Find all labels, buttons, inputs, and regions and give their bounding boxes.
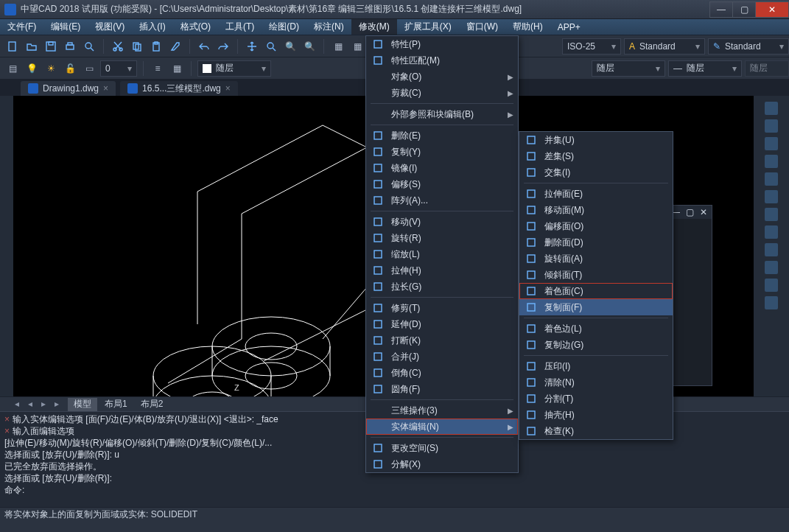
layer-freeze-icon[interactable]: ☀ <box>43 60 59 77</box>
layer-color-icon[interactable]: ▭ <box>81 60 97 77</box>
tab-close-icon[interactable]: × <box>225 83 231 94</box>
redo-icon[interactable] <box>215 38 231 55</box>
zoom-icon[interactable] <box>263 38 279 55</box>
menu-item[interactable]: 旋转面(A) <box>519 251 673 267</box>
menu-item[interactable]: 镜像(I) <box>366 160 518 176</box>
rp-icon[interactable] <box>765 119 778 133</box>
zoom-window-icon[interactable]: 🔍 <box>282 38 298 55</box>
menu-item[interactable]: 分割(T) <box>519 391 673 407</box>
menu-item[interactable]: 差集(S) <box>519 148 673 164</box>
undo-icon[interactable] <box>196 38 212 55</box>
menu-item[interactable]: 圆角(F) <box>366 381 518 397</box>
pan-icon[interactable] <box>244 38 260 55</box>
rp-icon[interactable] <box>765 296 778 309</box>
menu-item[interactable]: 特性(P) <box>366 36 518 52</box>
layout-tab[interactable]: 布局1 <box>99 398 133 411</box>
zoom-prev-icon[interactable]: 🔍 <box>301 38 318 55</box>
match-icon[interactable] <box>167 38 183 55</box>
menu-APP+[interactable]: APP+ <box>550 19 588 35</box>
cut-icon[interactable] <box>110 38 126 55</box>
menu-视图(V)[interactable]: 视图(V) <box>88 19 132 35</box>
menu-编辑(E)[interactable]: 编辑(E) <box>43 19 88 35</box>
menu-item[interactable]: 剪裁(C)▶ <box>366 85 518 101</box>
menu-item[interactable]: 检查(K) <box>519 423 673 439</box>
layout-tab[interactable]: 布局2 <box>135 398 169 411</box>
menu-item[interactable]: 删除面(D) <box>519 234 673 251</box>
menu-item[interactable]: 更改空间(S) <box>366 440 518 456</box>
maximize-button[interactable]: ▢ <box>732 1 756 18</box>
menu-item[interactable]: 实体编辑(N)▶ <box>366 419 518 435</box>
layout-tab[interactable]: 模型 <box>68 398 97 411</box>
rp-icon[interactable] <box>765 190 778 203</box>
menu-item[interactable]: 着色边(L) <box>519 321 673 337</box>
rp-icon[interactable] <box>765 137 778 150</box>
menu-item[interactable]: 合并(J) <box>366 349 518 365</box>
minimize-button[interactable]: — <box>709 1 733 18</box>
menu-item[interactable]: 复制边(G) <box>519 337 673 353</box>
menu-item[interactable]: 三维操作(3)▶ <box>366 402 518 419</box>
menu-标注(N)[interactable]: 标注(N) <box>306 19 351 35</box>
menu-item[interactable]: 复制面(F) <box>519 299 673 315</box>
menu-item[interactable]: 旋转(R) <box>366 230 518 246</box>
linetype-combo[interactable]: 随层▾ <box>592 60 665 77</box>
layer-tools-icon[interactable]: ≡ <box>150 60 166 77</box>
menu-item[interactable]: 删除(E) <box>366 127 518 144</box>
menu-item[interactable]: 偏移(S) <box>366 176 518 192</box>
menu-item[interactable]: 复制(Y) <box>366 144 518 160</box>
save-icon[interactable] <box>43 38 59 55</box>
rp-icon[interactable] <box>765 225 778 239</box>
rp-icon[interactable] <box>765 208 778 221</box>
menu-item[interactable]: 清除(N) <box>519 374 673 391</box>
tab-close-icon[interactable]: × <box>103 83 108 94</box>
layout-nav-icon[interactable]: ◂ <box>15 399 27 410</box>
rp-icon[interactable] <box>765 172 778 186</box>
lineweight-combo[interactable]: —随层▾ <box>668 60 742 77</box>
float-close-icon[interactable]: ✕ <box>700 207 707 217</box>
dimstyle-combo[interactable]: ISO-25▾ <box>562 38 621 55</box>
rp-icon[interactable] <box>765 261 778 274</box>
menu-插入(I)[interactable]: 插入(I) <box>132 19 172 35</box>
menu-item[interactable]: 外部参照和块编辑(B)▶ <box>366 106 518 122</box>
menu-item[interactable]: 拉伸(H) <box>366 262 518 279</box>
layer-manager-icon[interactable]: ▤ <box>4 60 21 77</box>
menu-item[interactable]: 移动(V) <box>366 214 518 230</box>
menu-item[interactable]: 着色面(C) <box>519 283 673 299</box>
grid2-icon[interactable]: ▦ <box>349 38 365 55</box>
rp-icon[interactable] <box>765 279 778 292</box>
menu-item[interactable]: 拉伸面(E) <box>519 186 673 202</box>
color-combo[interactable]: 随层▾ <box>197 60 271 77</box>
menu-item[interactable]: 压印(I) <box>519 358 673 374</box>
menu-item[interactable]: 对象(O)▶ <box>366 69 518 85</box>
menu-工具(T)[interactable]: 工具(T) <box>218 19 262 35</box>
menu-帮助(H)[interactable]: 帮助(H) <box>505 19 550 35</box>
rp-icon[interactable] <box>765 102 778 115</box>
menu-item[interactable]: 分解(X) <box>366 456 518 472</box>
menu-窗口(W)[interactable]: 窗口(W) <box>459 19 505 35</box>
menu-item[interactable]: 缩放(L) <box>366 246 518 262</box>
menu-item[interactable]: 修剪(T) <box>366 300 518 316</box>
new-icon[interactable] <box>4 38 21 55</box>
menu-item[interactable]: 偏移面(O) <box>519 218 673 234</box>
menu-item[interactable]: 倾斜面(T) <box>519 267 673 283</box>
layer0-combo[interactable]: 0▾ <box>100 60 137 77</box>
rp-icon[interactable] <box>765 243 778 256</box>
menu-item[interactable]: 移动面(M) <box>519 202 673 218</box>
menu-扩展工具(X)[interactable]: 扩展工具(X) <box>397 19 459 35</box>
menu-item[interactable]: 交集(I) <box>519 164 673 181</box>
menu-item[interactable]: 并集(U) <box>519 132 673 148</box>
layer-state-icon[interactable]: ▦ <box>169 60 185 77</box>
float-maximize-icon[interactable]: ▢ <box>686 207 694 217</box>
layer-on-icon[interactable]: 💡 <box>24 60 40 77</box>
menu-item[interactable]: 打断(K) <box>366 332 518 349</box>
menu-文件(F)[interactable]: 文件(F) <box>0 19 43 35</box>
copy-icon[interactable] <box>129 38 145 55</box>
rp-icon[interactable] <box>765 155 778 168</box>
menu-item[interactable]: 拉长(G) <box>366 279 518 295</box>
layout-nav-icon[interactable]: ▸ <box>55 399 66 410</box>
menu-item[interactable]: 阵列(A)... <box>366 192 518 209</box>
menu-修改(M)[interactable]: 修改(M) <box>351 19 397 35</box>
menu-item[interactable]: 延伸(D) <box>366 316 518 332</box>
layer-lock-icon[interactable]: 🔓 <box>62 60 78 77</box>
preview-icon[interactable] <box>81 38 97 55</box>
grid1-icon[interactable]: ▦ <box>330 38 346 55</box>
